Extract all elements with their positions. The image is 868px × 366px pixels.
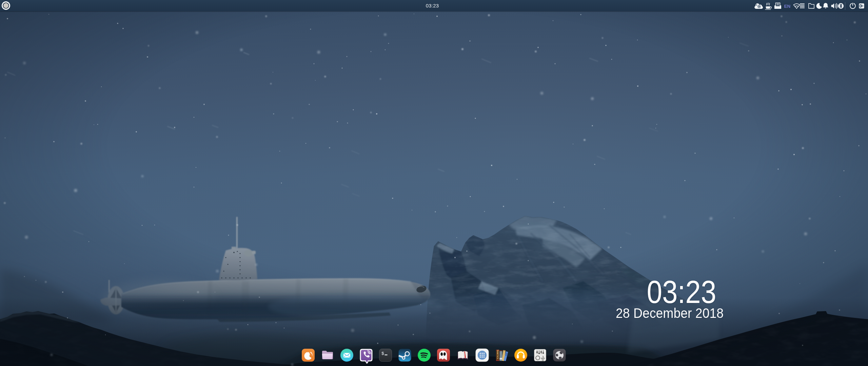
svg-text:EN: EN (784, 4, 791, 9)
svg-text:CALIBRE: CALIBRE (496, 350, 499, 359)
svg-text:$: $ (381, 351, 384, 356)
